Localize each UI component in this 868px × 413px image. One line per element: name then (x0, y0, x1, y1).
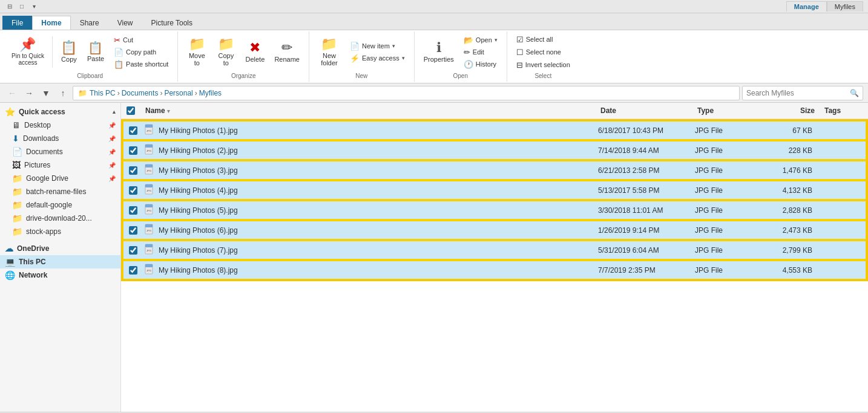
path-personal[interactable]: Personal (164, 89, 192, 97)
minimize-icon[interactable]: ⊟ (5, 2, 15, 11)
file-size-6: 2,473 KB (757, 224, 817, 237)
new-folder-button[interactable]: 📁 New folder (314, 34, 344, 70)
file-icon-4: JPG (144, 184, 155, 197)
header-size-col[interactable]: Size (759, 104, 820, 117)
delete-button[interactable]: ✖ Delete (241, 34, 269, 70)
sidebar-item-desktop[interactable]: 🖥 Desktop 📌 (0, 119, 120, 132)
tab-view[interactable]: View (108, 16, 142, 30)
history-button[interactable]: 🕐 History (459, 59, 502, 70)
file-name-5: My Hiking Photos (5).jpg (159, 206, 238, 215)
copy-to-button[interactable]: 📁 Copy to (212, 34, 240, 70)
cut-button[interactable]: ✂ Cut (110, 34, 173, 46)
svg-rect-4 (145, 145, 153, 148)
address-path[interactable]: 📁 This PC › Documents › Personal › Myfil… (73, 86, 740, 100)
search-box[interactable]: 🔍 (742, 86, 863, 100)
properties-button[interactable]: ℹ Properties (419, 34, 458, 70)
path-this-pc[interactable]: This PC (90, 89, 116, 97)
rename-button[interactable]: ✏ Rename (270, 34, 304, 70)
file-checkbox-6[interactable] (129, 226, 137, 235)
ribbon-group-new: 📁 New folder 📄 New item ▾ ⚡ Easy access … (309, 31, 415, 82)
up-button[interactable]: ↑ (56, 86, 70, 100)
move-to-button[interactable]: 📁 Move to (183, 34, 211, 70)
file-checkbox-8[interactable] (129, 266, 137, 275)
forward-button[interactable]: → (22, 86, 36, 100)
desktop-icon: 🖥 (12, 120, 21, 130)
file-checkbox-3[interactable] (129, 166, 137, 175)
sidebar-item-batch-rename[interactable]: 📁 batch-rename-files (0, 185, 120, 198)
file-checkbox-2[interactable] (129, 146, 137, 155)
select-all-button[interactable]: ☑ Select all (512, 34, 574, 45)
easy-access-button[interactable]: ⚡ Easy access ▾ (346, 53, 409, 64)
pictures-label: Pictures (24, 161, 50, 169)
sidebar-item-this-pc[interactable]: 💻 This PC (0, 255, 120, 268)
search-input[interactable] (746, 89, 850, 97)
manage-tab[interactable]: Manage (786, 1, 827, 11)
selected-files-group: JPG My Hiking Photos (1).jpg 6/18/2017 1… (122, 120, 867, 280)
file-tags-5 (817, 208, 866, 213)
sidebar-item-quick-access[interactable]: ⭐ Quick access ▴ (0, 105, 120, 119)
svg-rect-7 (145, 164, 153, 167)
file-tags-4 (817, 188, 866, 193)
file-row-2[interactable]: JPG My Hiking Photos (2).jpg 7/14/2018 9… (122, 140, 867, 160)
sidebar-item-pictures[interactable]: 🖼 Pictures 📌 (0, 158, 120, 172)
tab-picture-tools[interactable]: Picture Tools (142, 16, 202, 30)
file-row-1[interactable]: JPG My Hiking Photos (1).jpg 6/18/2017 1… (122, 120, 867, 140)
sidebar-item-onedrive[interactable]: ☁ OneDrive (0, 242, 120, 255)
sidebar-item-default-google[interactable]: 📁 default-google (0, 198, 120, 212)
header-date-col[interactable]: Date (596, 104, 692, 117)
file-checkbox-4[interactable] (129, 186, 137, 195)
easy-access-icon: ⚡ (350, 54, 360, 63)
open-button[interactable]: 📂 Open ▾ (459, 34, 502, 46)
svg-rect-10 (145, 184, 153, 187)
invert-selection-button[interactable]: ⊟ Invert selection (512, 59, 574, 71)
file-icon-2: JPG (144, 144, 155, 157)
sidebar-item-google-drive[interactable]: 📁 Google Drive 📌 (0, 172, 120, 185)
edit-button[interactable]: ✏ Edit (459, 47, 502, 58)
myfiles-tab[interactable]: Myfiles (827, 1, 863, 11)
file-row-6[interactable]: JPG My Hiking Photos (6).jpg 1/26/2019 9… (122, 220, 867, 240)
paste-shortcut-button[interactable]: 📋 Paste shortcut (110, 59, 173, 70)
sidebar-item-documents[interactable]: 📄 Documents 📌 (0, 145, 120, 158)
path-documents[interactable]: Documents (122, 89, 159, 97)
file-checkbox-7[interactable] (129, 246, 137, 255)
new-item-button[interactable]: 📄 New item ▾ (346, 41, 409, 52)
file-row-7[interactable]: JPG My Hiking Photos (7).jpg 5/31/2019 6… (122, 240, 867, 260)
quick-access-label: Quick access (19, 108, 65, 116)
tab-home[interactable]: Home (32, 16, 70, 30)
svg-text:JPG: JPG (146, 269, 151, 272)
svg-rect-16 (145, 224, 153, 227)
select-none-button[interactable]: ☐ Select none (512, 47, 574, 58)
file-row-4[interactable]: JPG My Hiking Photos (4).jpg 5/13/2017 5… (122, 180, 867, 200)
sidebar-item-downloads[interactable]: ⬇ Downloads 📌 (0, 132, 120, 145)
select-all-checkbox[interactable] (127, 106, 135, 115)
back-button[interactable]: ← (5, 86, 19, 100)
sidebar-item-network[interactable]: 🌐 Network (0, 268, 120, 282)
paste-button[interactable]: 📋 Paste (83, 34, 108, 70)
file-date-3: 6/21/2013 2:58 PM (593, 164, 690, 177)
sidebar-item-drive-download[interactable]: 📁 drive-download-20... (0, 212, 120, 225)
drive-download-label: drive-download-20... (26, 214, 92, 223)
new-item-arrow: ▾ (392, 43, 395, 49)
file-row-3[interactable]: JPG My Hiking Photos (3).jpg 6/21/2013 2… (122, 160, 867, 180)
recent-locations-button[interactable]: ▼ (39, 86, 53, 100)
tab-file[interactable]: File (2, 16, 32, 30)
file-row-5[interactable]: JPG My Hiking Photos (5).jpg 3/30/2018 1… (122, 200, 867, 220)
sidebar-item-stock-apps[interactable]: 📁 stock-apps (0, 225, 120, 238)
header-tags-col[interactable]: Tags (820, 104, 868, 117)
header-name-col[interactable]: Name ▾ (140, 104, 596, 117)
copy-button[interactable]: 📋 Copy (56, 34, 82, 70)
quick-access-toolbar-icon[interactable]: □ (17, 2, 27, 11)
dropdown-icon[interactable]: ▾ (29, 2, 39, 11)
path-myfiles[interactable]: Myfiles (199, 89, 222, 97)
history-icon: 🕐 (464, 60, 473, 69)
tab-share[interactable]: Share (71, 16, 108, 30)
file-checkbox-1[interactable] (129, 126, 137, 135)
file-size-7: 2,799 KB (757, 244, 817, 257)
file-row-8[interactable]: JPG My Hiking Photos (8).jpg 7/7/2019 2:… (122, 260, 867, 280)
open-icon: 📂 (464, 36, 473, 45)
copy-path-button[interactable]: 📄 Copy path (110, 47, 173, 58)
header-type-col[interactable]: Type (692, 104, 759, 117)
pin-to-quick-access-button[interactable]: 📌 Pin to Quick access (7, 34, 48, 70)
file-checkbox-5[interactable] (129, 206, 137, 215)
new-items: 📁 New folder 📄 New item ▾ ⚡ Easy access … (314, 34, 409, 70)
